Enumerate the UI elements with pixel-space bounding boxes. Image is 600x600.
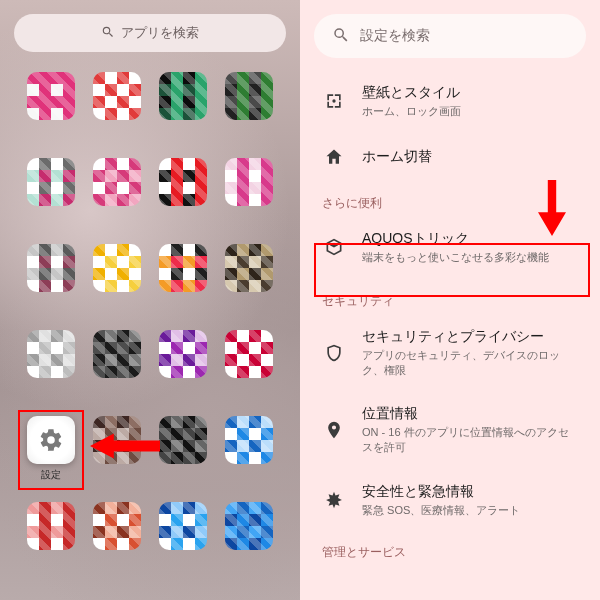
app-icon[interactable]: [88, 502, 146, 588]
app-icon[interactable]: [220, 502, 278, 588]
app-search-placeholder: アプリを検索: [121, 24, 199, 42]
app-icon[interactable]: [22, 330, 80, 416]
settings-item-wallpaper[interactable]: 壁紙とスタイル ホーム、ロック画面: [300, 70, 600, 133]
location-pin-icon: [322, 420, 346, 440]
app-icon[interactable]: [88, 330, 146, 416]
home-icon: [322, 147, 346, 167]
section-label-more: さらに便利: [300, 181, 600, 216]
settings-search-bar[interactable]: 設定を検索: [314, 14, 586, 58]
settings-item-security-privacy[interactable]: セキュリティとプライバシー アプリのセキュリティ、デバイスのロック、権限: [300, 314, 600, 392]
app-icon[interactable]: [88, 416, 146, 502]
app-icon[interactable]: [220, 330, 278, 416]
app-icon[interactable]: [22, 72, 80, 158]
search-icon: [101, 25, 115, 42]
app-icon[interactable]: [88, 244, 146, 330]
app-icon[interactable]: [154, 416, 212, 502]
gear-icon: [27, 416, 75, 464]
app-grid: 設定: [22, 72, 278, 590]
settings-app-label: 設定: [41, 468, 61, 482]
app-icon[interactable]: [154, 330, 212, 416]
app-icon[interactable]: [88, 72, 146, 158]
settings-app[interactable]: 設定: [22, 416, 80, 502]
app-icon[interactable]: [154, 502, 212, 588]
section-label-management: 管理とサービス: [300, 532, 600, 561]
section-label-security: セキュリティ: [300, 279, 600, 314]
settings-item-location[interactable]: 位置情報 ON - 16 件のアプリに位置情報へのアクセスを許可: [300, 391, 600, 469]
app-icon[interactable]: [22, 502, 80, 588]
settings-list: 壁紙とスタイル ホーム、ロック画面 ホーム切替 さらに便利 AQUOSトリック …: [300, 66, 600, 600]
svg-point-1: [332, 100, 335, 103]
app-icon[interactable]: [220, 72, 278, 158]
app-icon[interactable]: [22, 244, 80, 330]
app-icon[interactable]: [220, 158, 278, 244]
shield-icon: [322, 343, 346, 363]
settings-item-aquos-trick[interactable]: AQUOSトリック 端末をもっと使いこなせる多彩な機能: [300, 216, 600, 279]
app-icon[interactable]: [22, 158, 80, 244]
app-icon[interactable]: [154, 72, 212, 158]
wallpaper-icon: [322, 91, 346, 111]
app-search-bar[interactable]: アプリを検索: [14, 14, 286, 52]
app-icon[interactable]: [88, 158, 146, 244]
settings-screen: 設定を検索 壁紙とスタイル ホーム、ロック画面 ホーム切替 さらに便利: [300, 0, 600, 600]
app-drawer-screen: アプリを検索 設定: [0, 0, 300, 600]
search-icon: [332, 26, 350, 47]
settings-item-home-switch[interactable]: ホーム切替: [300, 133, 600, 181]
app-icon[interactable]: [154, 244, 212, 330]
app-icon[interactable]: [220, 416, 278, 502]
cube-icon: [322, 237, 346, 257]
settings-item-safety-emergency[interactable]: 安全性と緊急情報 緊急 SOS、医療情報、アラート: [300, 469, 600, 532]
app-icon[interactable]: [220, 244, 278, 330]
settings-search-placeholder: 設定を検索: [360, 27, 430, 45]
app-icon[interactable]: [154, 158, 212, 244]
emergency-icon: [322, 490, 346, 510]
